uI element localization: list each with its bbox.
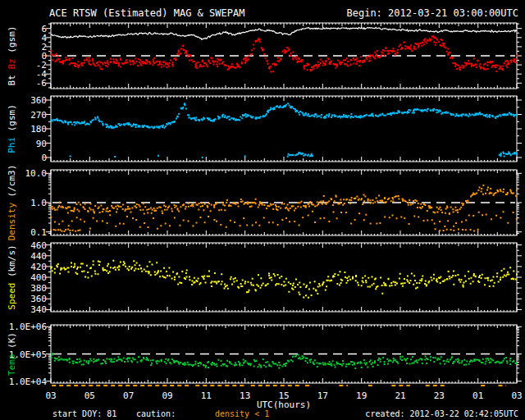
ytick-label: 400 [30,272,47,283]
ytick-label: 360 [30,95,47,106]
series-Speed [50,261,518,298]
panel-mag: 6420-2-4-6Bt Bz (gsm) [7,23,522,89]
start-doy-label: start DOY: 81 [52,409,116,418]
panel-frame [51,23,517,89]
series-Phi-stray [70,156,246,158]
ace-rtsw-plot: ACE RTSW (Estimated) MAG & SWEPAM Begin:… [0,0,525,420]
caution-value: density < 1 [215,409,269,418]
series-Density-low [50,212,518,229]
series-Phi-wrap-b [499,153,518,157]
series-Density [50,185,518,214]
ytick-label: 1.0E+06 [9,322,47,332]
panel-speed: 460440420400380360340Speed (km/s) [7,240,522,316]
ytick-label: 180 [30,124,47,135]
series-Temp [51,354,518,368]
ytick-label: 0.1 [30,227,47,238]
x-ticks [51,170,517,235]
y-axis-title: Bt Bz (gsm) [7,26,17,86]
ytick-label: 420 [30,262,47,272]
panel-temp: 1.0E+061.0E+051.0E+04Temp (K) [7,322,522,386]
y-ticks [46,245,522,310]
panel-frame [51,170,517,235]
panel-phi: 360270180900Phi (gsm) [7,95,522,163]
x-ticks [51,243,517,312]
ytick-label: 440 [30,251,47,262]
panel-density: 10.01.00.1Density (/cm3) [7,165,522,241]
ytick-label: -6 [36,78,47,89]
ytick-label: 460 [30,240,47,251]
series-Phi-wrap-a [287,153,313,157]
y-axis-title: Density (/cm3) [7,165,17,241]
ytick-label: 380 [30,283,47,294]
series-Bz [50,36,518,71]
y-axis-title: Temp (K) [7,332,17,376]
panel-frame [51,325,517,383]
series-Phi [50,103,518,128]
y-ticks [46,100,522,158]
x-ticks [51,23,517,89]
series-Density-floor-a [50,229,81,231]
created-timestamp: created: 2012-03-22 02:42:05UTC [365,409,518,418]
caution-label: caution: [136,409,176,418]
ytick-label: 90 [36,139,47,149]
ytick-label: 10.0 [25,168,48,179]
chart-canvas: 6420-2-4-6Bt Bz (gsm)360270180900Phi (gs… [0,0,525,420]
ytick-label: 360 [30,294,47,304]
series-Density-floor-b [435,229,479,231]
ytick-label: 270 [30,110,47,121]
ytick-label: 340 [30,304,47,315]
ytick-label: 1.0E+04 [9,377,48,387]
x-ticks [51,325,517,383]
y-axis-title: Speed (km/s) [7,244,17,309]
y-axis-title: Phi (gsm) [7,104,17,153]
series-Bt [51,27,517,39]
ytick-label: 1.0 [30,198,47,208]
panel-frame [51,243,517,312]
